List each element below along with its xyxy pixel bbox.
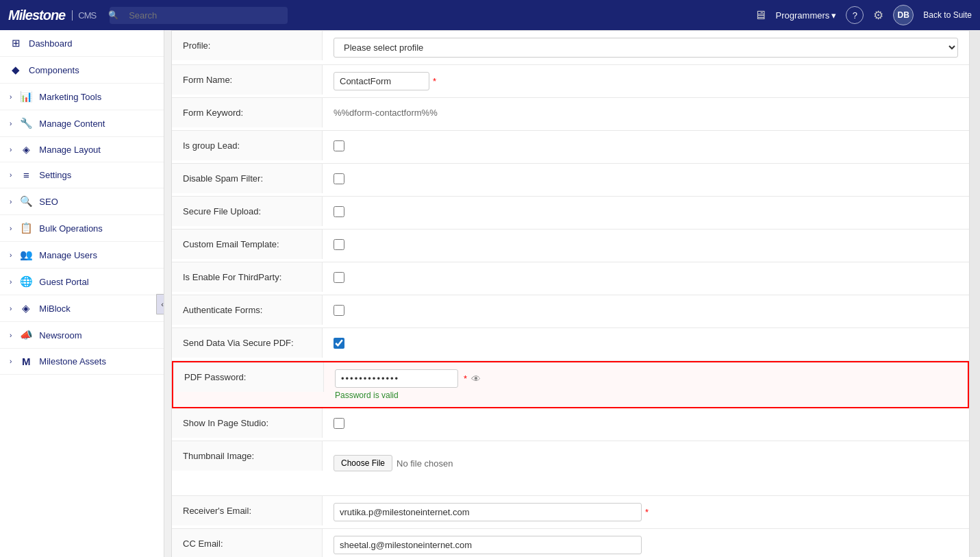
sidebar-item-label: Marketing Tools (39, 92, 101, 102)
sidebar: ‹ ⊞ Dashboard ◆ Components › 📊 Marketing… (0, 30, 164, 557)
miblock-icon: ◈ (20, 302, 32, 314)
required-indicator: * (464, 373, 467, 384)
sidebar-item-miblock[interactable]: › ◈ MiBlock (0, 295, 164, 322)
pdf-password-input[interactable] (335, 369, 458, 388)
sidebar-item-settings[interactable]: › ≡ Settings (0, 162, 164, 188)
right-panel (970, 30, 980, 557)
form-row-enable-thirdparty: Is Enable For ThirdParty: (172, 262, 969, 295)
required-indicator: * (645, 507, 649, 517)
profile-select[interactable]: Please select profile (334, 38, 958, 58)
components-icon: ◆ (10, 64, 22, 76)
sidebar-item-manage-layout[interactable]: › ◈ Manage Layout (0, 137, 164, 162)
chevron-right-icon: › (10, 146, 12, 153)
sidebar-item-bulk-operations[interactable]: › 📋 Bulk Operations (0, 215, 164, 242)
chevron-down-icon: ▾ (831, 10, 836, 21)
milestone-assets-icon: M (20, 356, 32, 367)
send-data-secure-pdf-checkbox[interactable] (334, 338, 344, 349)
form-row-disable-spam-filter: Disable Spam Filter: (172, 164, 969, 197)
settings-icon[interactable]: ⚙ (873, 8, 883, 23)
form-row-receivers-email: Receiver's Email: * (172, 496, 969, 529)
disable-spam-filter-checkbox[interactable] (334, 173, 344, 184)
form-row-cc-email: CC Email: (172, 529, 969, 557)
main-layout: ‹ ⊞ Dashboard ◆ Components › 📊 Marketing… (0, 30, 980, 557)
form-row-pdf-password: PDF Password: * 👁 Password is valid (172, 361, 969, 408)
form-row-form-name: Form Name: * (172, 65, 969, 98)
secure-file-upload-value (323, 197, 969, 227)
guest-portal-icon: 🌐 (20, 275, 32, 288)
chevron-right-icon: › (10, 120, 12, 127)
send-data-secure-pdf-value (323, 328, 969, 358)
custom-email-template-value (323, 230, 969, 260)
no-file-chosen-text: No file chosen (397, 458, 453, 469)
show-in-page-studio-label: Show In Page Studio: (172, 408, 323, 438)
receivers-email-input[interactable] (334, 503, 642, 521)
avatar[interactable]: DB (893, 5, 914, 25)
is-group-lead-checkbox[interactable] (334, 140, 344, 151)
secure-file-upload-checkbox[interactable] (334, 206, 344, 217)
programmers-dropdown[interactable]: Programmers ▾ (776, 10, 837, 21)
authenticate-forms-checkbox[interactable] (334, 305, 344, 316)
form-container: Profile: Please select profile Form Name… (171, 30, 970, 557)
sidebar-item-manage-content[interactable]: › 🔧 Manage Content (0, 110, 164, 137)
cms-label: CMS (72, 10, 96, 21)
sidebar-item-components[interactable]: ◆ Components (0, 57, 164, 84)
form-keyword-text: %%dform-contactform%% (334, 105, 958, 121)
form-row-form-keyword: Form Keyword: %%dform-contactform%% (172, 98, 969, 131)
sidebar-item-label: Settings (39, 170, 71, 180)
sidebar-item-label: Components (29, 65, 79, 75)
form-row-thumbnail-image: Thumbnail Image: Choose File No file cho… (172, 441, 969, 496)
sidebar-item-label: Manage Layout (39, 145, 101, 155)
sidebar-item-milestone-assets[interactable]: › M Milestone Assets (0, 349, 164, 375)
search-input[interactable] (110, 7, 288, 24)
chevron-right-icon: › (10, 171, 12, 179)
secure-file-upload-label: Secure File Upload: (172, 197, 323, 226)
pdf-password-value: * 👁 Password is valid (324, 362, 968, 407)
sidebar-item-seo[interactable]: › 🔍 SEO (0, 188, 164, 215)
chevron-right-icon: › (10, 93, 12, 101)
bulk-operations-icon: 📋 (20, 222, 32, 234)
marketing-tools-icon: 📊 (20, 90, 32, 103)
sidebar-item-label: Guest Portal (39, 277, 88, 287)
sidebar-item-newsroom[interactable]: › 📣 Newsroom (0, 322, 164, 349)
chevron-right-icon: › (10, 305, 12, 312)
custom-email-template-checkbox[interactable] (334, 239, 344, 250)
form-name-label: Form Name: (172, 65, 323, 95)
chevron-right-icon: › (10, 225, 12, 232)
sidebar-collapse-button[interactable]: ‹ (156, 294, 164, 314)
profile-label: Profile: (172, 31, 323, 60)
disable-spam-filter-value (323, 164, 969, 194)
enable-thirdparty-checkbox[interactable] (334, 272, 344, 283)
sidebar-item-manage-users[interactable]: › 👥 Manage Users (0, 242, 164, 269)
monitor-icon[interactable]: 🖥 (754, 8, 766, 23)
show-in-page-studio-checkbox[interactable] (334, 418, 344, 429)
receivers-email-value: * (323, 496, 969, 528)
form-row-send-data-secure-pdf: Send Data Via Secure PDF: (172, 328, 969, 361)
cc-email-value (323, 529, 969, 557)
required-indicator: * (433, 76, 436, 86)
form-keyword-value: %%dform-contactform%% (323, 98, 969, 127)
enable-thirdparty-value (323, 262, 969, 293)
sidebar-item-marketing-tools[interactable]: › 📊 Marketing Tools (0, 84, 164, 110)
back-to-suite-link[interactable]: Back to Suite (923, 10, 972, 20)
form-name-input[interactable] (334, 72, 429, 90)
pdf-password-label: PDF Password: (173, 362, 324, 392)
sidebar-item-label: Dashboard (29, 38, 73, 49)
is-group-lead-value (323, 131, 969, 161)
help-icon[interactable]: ? (846, 6, 864, 24)
sidebar-item-dashboard[interactable]: ⊞ Dashboard (0, 30, 164, 57)
choose-file-button[interactable]: Choose File (334, 455, 392, 471)
eye-icon[interactable]: 👁 (471, 373, 481, 384)
sidebar-item-label: Newsroom (39, 330, 81, 341)
topnav-right: 🖥 Programmers ▾ ? ⚙ DB Back to Suite (754, 5, 972, 25)
sidebar-item-label: Manage Users (39, 250, 97, 260)
manage-layout-icon: ◈ (20, 144, 32, 155)
password-wrap: * 👁 (335, 369, 957, 388)
password-valid-msg: Password is valid (335, 391, 957, 400)
cc-email-input[interactable] (334, 536, 642, 554)
sidebar-item-label: SEO (39, 197, 58, 207)
newsroom-icon: 📣 (20, 329, 32, 341)
send-data-secure-pdf-label: Send Data Via Secure PDF: (172, 328, 323, 358)
search-wrap: 🔍 (103, 7, 288, 24)
chevron-right-icon: › (10, 198, 12, 206)
sidebar-item-guest-portal[interactable]: › 🌐 Guest Portal (0, 269, 164, 295)
